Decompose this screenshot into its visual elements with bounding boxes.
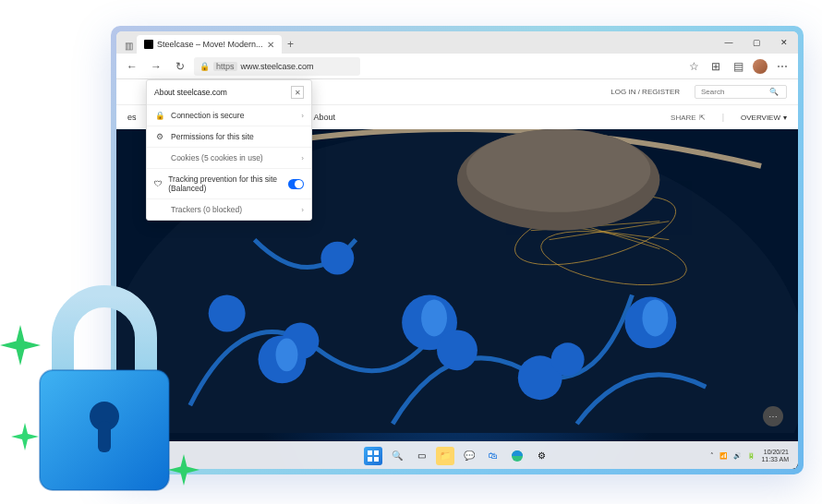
task-view-icon[interactable]: ▭ — [412, 447, 430, 465]
hero-fab-button[interactable]: ⋯ — [763, 406, 783, 426]
window-close-button[interactable]: ✕ — [770, 31, 798, 54]
chat-icon[interactable]: 💬 — [460, 447, 478, 465]
share-button[interactable]: SHARE ⇱ — [671, 114, 706, 122]
share-icon: ⇱ — [699, 114, 706, 122]
sparkle-icon — [168, 454, 199, 486]
lock-icon: 🔒 — [199, 62, 210, 71]
new-tab-button[interactable]: + — [282, 35, 300, 54]
tab-title: Steelcase – Move! Modern... — [157, 40, 263, 49]
browser-toolbar: ← → ↻ 🔒 https www.steelcase.com ☆ ⊞ ▤ ⋯ — [116, 54, 798, 79]
window-controls: — ▢ ✕ — [715, 31, 798, 54]
svg-rect-18 — [374, 450, 379, 455]
system-tray[interactable]: ˄ 📶 🔊 🔋 10/20/21 11:33 AM — [710, 449, 789, 462]
menu-button[interactable]: ⋯ — [772, 56, 792, 77]
chevron-right-icon: › — [301, 112, 304, 120]
svg-rect-20 — [374, 457, 379, 462]
panel-row-connection[interactable]: 🔒 Connection is secure › — [147, 105, 311, 126]
chevron-right-icon: › — [301, 206, 304, 214]
search-input[interactable] — [701, 88, 766, 96]
tab-active[interactable]: Steelcase – Move! Modern... ✕ — [137, 35, 282, 54]
panel-row-tracking[interactable]: 🛡 Tracking prevention for this site (Bal… — [147, 169, 311, 199]
tracking-toggle[interactable] — [288, 179, 304, 189]
nav-item[interactable]: es — [127, 113, 137, 122]
browser-window: ▥ Steelcase – Move! Modern... ✕ + — ▢ ✕ … — [116, 31, 798, 469]
svg-point-12 — [642, 299, 668, 336]
svg-rect-19 — [368, 457, 372, 462]
tab-actions-icon[interactable]: ▥ — [120, 37, 137, 54]
tray-chevron-icon[interactable]: ˄ — [710, 452, 714, 460]
tab-close-icon[interactable]: ✕ — [267, 40, 274, 50]
collections-button[interactable]: ▤ — [728, 56, 748, 77]
volume-icon[interactable]: 🔊 — [733, 452, 742, 460]
panel-title: About steelcase.com — [154, 88, 227, 97]
svg-point-6 — [551, 342, 585, 376]
site-info-panel: About steelcase.com ✕ 🔒 Connection is se… — [146, 79, 312, 221]
reload-button[interactable]: ↻ — [170, 56, 190, 77]
avatar-icon — [753, 59, 768, 74]
favorites-button[interactable]: ☆ — [683, 56, 704, 77]
panel-row-permissions[interactable]: ⚙ Permissions for this site — [147, 126, 311, 148]
start-button[interactable] — [364, 447, 382, 465]
window-maximize-button[interactable]: ▢ — [743, 31, 770, 54]
panel-row-trackers[interactable]: Trackers (0 blocked) › — [147, 199, 311, 220]
panel-row-cookies[interactable]: Cookies (5 cookies in use) › — [147, 148, 311, 169]
overview-dropdown[interactable]: OVERVIEW ▾ — [741, 114, 787, 122]
svg-point-10 — [276, 338, 298, 371]
lock-icon: 🔒 — [154, 111, 165, 120]
tab-strip: ▥ Steelcase – Move! Modern... ✕ + — ▢ ✕ — [116, 31, 798, 54]
taskbar-clock[interactable]: 10/20/21 11:33 AM — [761, 449, 789, 462]
svg-point-4 — [437, 330, 477, 370]
desktop-frame: ▥ Steelcase – Move! Modern... ✕ + — ▢ ✕ … — [111, 26, 804, 474]
extensions-button[interactable]: ⊞ — [706, 56, 726, 77]
svg-point-11 — [421, 299, 447, 336]
chevron-right-icon: › — [301, 154, 304, 162]
chevron-down-icon: ▾ — [783, 114, 787, 122]
site-search[interactable]: 🔍 — [695, 85, 787, 99]
settings-icon[interactable]: ⚙ — [532, 447, 550, 465]
battery-icon[interactable]: 🔋 — [747, 452, 756, 460]
sparkle-icon — [0, 325, 41, 366]
forward-button[interactable]: → — [146, 56, 166, 77]
favicon-icon — [144, 40, 153, 49]
url-bar[interactable]: 🔒 https www.steelcase.com — [194, 57, 360, 76]
svg-point-16 — [466, 129, 650, 212]
profile-button[interactable] — [750, 56, 770, 77]
login-link[interactable]: LOG IN / REGISTER — [610, 88, 680, 96]
search-icon[interactable]: 🔍 — [769, 88, 779, 96]
store-icon[interactable]: 🛍 — [484, 447, 502, 465]
window-minimize-button[interactable]: — — [715, 31, 743, 54]
taskbar-search-icon[interactable]: 🔍 — [388, 447, 406, 465]
sparkle-icon — [11, 423, 39, 450]
shield-icon: 🛡 — [154, 179, 163, 188]
svg-rect-25 — [98, 421, 111, 452]
url-host: www.steelcase.com — [241, 62, 314, 71]
panel-close-button[interactable]: ✕ — [291, 86, 304, 99]
nav-item[interactable]: About — [313, 113, 335, 122]
url-protocol: https — [213, 62, 237, 71]
windows-taskbar: 🔍 ▭ 📁 💬 🛍 ⚙ ˄ 📶 🔊 🔋 10/20/21 11:33 AM — [116, 441, 798, 469]
svg-rect-17 — [368, 450, 372, 455]
back-button[interactable]: ← — [122, 56, 142, 77]
wifi-icon[interactable]: 📶 — [719, 452, 728, 460]
edge-icon[interactable] — [508, 447, 526, 465]
permissions-icon: ⚙ — [154, 132, 165, 141]
svg-point-8 — [320, 242, 354, 275]
explorer-icon[interactable]: 📁 — [436, 447, 454, 465]
svg-point-9 — [209, 295, 246, 332]
